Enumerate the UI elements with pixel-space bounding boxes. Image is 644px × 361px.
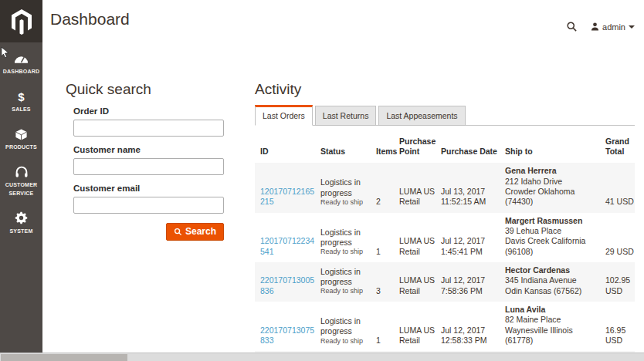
status-sub: Ready to ship (320, 198, 371, 207)
ship-to-address1: 82 Maine Place (505, 315, 601, 325)
global-search-icon[interactable] (566, 21, 578, 32)
admin-user-menu[interactable]: admin (590, 22, 635, 32)
table-row: 220170713075833 Logistics in progress Re… (255, 302, 635, 351)
status-main: Logistics in progress (320, 228, 371, 248)
sidebar-item-sales[interactable]: $ SALES (0, 84, 42, 118)
ship-to-name: Margert Rasmussen (505, 216, 601, 226)
purchase-date-cell: Jul 13, 2017 11:52:15 AM (441, 163, 505, 212)
purchase-date-cell: Jul 12, 2017 1:45:41 PM (441, 213, 505, 262)
tab-last-returns[interactable]: Last Returns (315, 106, 377, 126)
order-status-cell: Logistics in progress Ready to ship (320, 262, 376, 302)
purchase-point-line1: LUMA US (399, 326, 436, 336)
activity-panel: Activity Last Orders Last Returns Last A… (255, 81, 635, 361)
purchase-point-cell: LUMA US Retail (399, 302, 441, 351)
ship-to-cell: Margert Rasmussen 39 Lehua Place Davis C… (505, 213, 605, 262)
col-header-purchase-date: Purchase Date (441, 127, 505, 163)
page-title: Dashboard (50, 10, 130, 29)
order-items-cell: 3 (376, 262, 399, 302)
status-main: Logistics in progress (320, 177, 371, 198)
purchase-point-line1: LUMA US (399, 236, 436, 246)
grand-total-cell: 41 USD (605, 163, 635, 212)
ship-to-address1: 39 Lehua Place (505, 226, 601, 236)
status-sub: Ready to ship (320, 337, 371, 346)
magento-logo[interactable] (0, 0, 42, 42)
sidebar-item-label: CUSTOMER SERVICE (2, 181, 41, 197)
table-header-row: ID Status Items Purchase Point Purchase … (255, 127, 635, 163)
status-sub: Ready to ship (320, 287, 371, 295)
header-actions: admin (566, 21, 635, 32)
purchase-date: Jul 12, 2017 (441, 326, 500, 336)
magnifier-icon (174, 228, 182, 236)
order-items-cell: 2 (376, 163, 399, 212)
ship-to-address2: Crowder Oklahoma (74430) (505, 187, 601, 207)
order-id-label: Order ID (73, 106, 224, 116)
order-id-link[interactable]: 220170713075833 (260, 326, 314, 345)
purchase-time: 1:45:41 PM (441, 247, 500, 257)
sidebar-item-customer-service[interactable]: CUSTOMER SERVICE (0, 160, 42, 201)
purchase-point-line2: Retail (399, 336, 436, 346)
purchase-date: Jul 12, 2017 (441, 236, 500, 246)
col-header-purchase-point: Purchase Point (399, 127, 441, 163)
admin-username: admin (602, 22, 625, 32)
purchase-point-cell: LUMA US Retail (399, 213, 441, 262)
order-id-link[interactable]: 120170712165215 (260, 187, 314, 206)
status-main: Logistics in progress (320, 316, 371, 337)
customer-email-field-group: Customer email (73, 184, 224, 214)
ship-to-address2: Waynesville Illinois (61778) (505, 326, 601, 346)
sidebar-item-label: PRODUCTS (5, 143, 37, 151)
tab-last-orders[interactable]: Last Orders (255, 105, 313, 126)
horizontal-scrollbar[interactable] (0, 353, 644, 361)
caret-down-icon (629, 25, 635, 29)
table-row: 120170712234541 Logistics in progress Re… (255, 213, 635, 262)
activity-title: Activity (255, 81, 635, 98)
person-icon (590, 22, 600, 32)
ship-to-name: Hector Cardenas (505, 265, 601, 275)
purchase-date-cell: Jul 12, 2017 12:58:33 PM (441, 302, 505, 351)
ship-to-address1: 212 Idaho Drive (505, 177, 601, 187)
purchase-date: Jul 12, 2017 (441, 275, 500, 285)
order-id-input[interactable] (73, 120, 224, 137)
status-main: Logistics in progress (320, 267, 371, 288)
last-orders-table: ID Status Items Purchase Point Purchase … (255, 127, 635, 361)
scrollbar-thumb[interactable] (1, 354, 127, 361)
customer-name-input[interactable] (73, 158, 224, 175)
purchase-date-cell: Jul 12, 2017 7:58:36 PM (441, 262, 505, 302)
customer-email-label: Customer email (73, 184, 224, 193)
quick-search-title: Quick search (66, 81, 224, 98)
mouse-cursor (0, 46, 10, 61)
status-sub: Ready to ship (320, 248, 371, 256)
ship-to-address2: Davis Creek California (96108) (505, 236, 601, 257)
order-status-cell: Logistics in progress Ready to ship (320, 302, 376, 351)
order-items-cell: 1 (376, 213, 399, 262)
customer-email-input[interactable] (73, 197, 224, 214)
sidebar-item-label: SALES (12, 106, 30, 113)
order-id-field-group: Order ID (73, 106, 224, 137)
table-row: 220170713005836 Logistics in progress Re… (255, 262, 635, 302)
header: Dashboard admin (42, 0, 644, 42)
tab-last-appeasements[interactable]: Last Appeasements (378, 106, 465, 126)
headset-icon (15, 165, 29, 179)
order-id-cell: 120170712165215 (255, 163, 320, 212)
sidebar-item-label: SYSTEM (10, 228, 33, 235)
magento-logo-icon (10, 8, 33, 35)
ship-to-cell: Gena Herrera 212 Idaho Drive Crowder Okl… (505, 163, 605, 212)
purchase-time: 7:58:36 PM (441, 286, 500, 296)
purchase-point-line2: Retail (399, 247, 436, 257)
order-id-link[interactable]: 220170713005836 (260, 275, 314, 295)
sidebar-item-label: DASHBOARD (3, 68, 39, 76)
search-button[interactable]: Search (166, 223, 224, 241)
customer-name-field-group: Customer name (73, 145, 224, 175)
sidebar-item-products[interactable]: PRODUCTS (0, 122, 42, 156)
box-icon (15, 127, 28, 141)
table-row: 120170712165215 Logistics in progress Re… (255, 163, 635, 212)
sidebar-item-system[interactable]: SYSTEM (0, 206, 42, 240)
purchase-point-line2: Retail (399, 286, 436, 296)
col-header-ship-to: Ship to (505, 127, 605, 163)
order-status-cell: Logistics in progress Ready to ship (320, 213, 376, 262)
quick-search-panel: Quick search Order ID Customer name Cust… (66, 81, 224, 241)
purchase-point-line2: Retail (399, 197, 436, 207)
order-id-link[interactable]: 120170712234541 (260, 236, 314, 255)
dollar-icon: $ (18, 89, 24, 103)
purchase-time: 12:58:33 PM (441, 336, 500, 346)
grand-total-cell: 29 USD (605, 213, 635, 262)
